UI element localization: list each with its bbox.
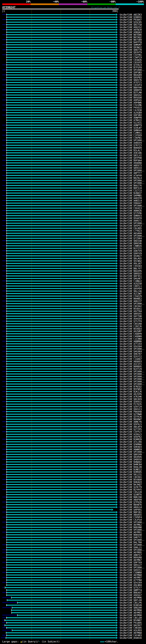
hit-label[interactable]: UniRef100_B4JHQ7	[120, 484, 142, 486]
hit-label[interactable]: UniRef100_B9SED8	[120, 96, 142, 99]
hit-label[interactable]: UniRef100_Q9SPB3	[120, 76, 142, 79]
hit-label[interactable]: UniRef100_A5DD16	[120, 637, 142, 639]
hit-label[interactable]: UniRef100_C0S220	[120, 491, 142, 494]
hit-label[interactable]: UniRef100_A1CSY1	[120, 363, 142, 365]
hit-label[interactable]: UniRef100_C6SVX5	[120, 61, 142, 64]
hit-label[interactable]: UniRef100_B2VT29	[120, 368, 142, 370]
hit-label[interactable]: UniRef100_UPI000..	[120, 529, 145, 531]
hit-label[interactable]: UniRef100_Q2TBW8	[120, 413, 142, 416]
hit-label[interactable]: UniRef100_UPI000..	[120, 539, 145, 541]
hit-label[interactable]: UniRef100_C5KPB1	[120, 136, 142, 139]
hit-label[interactable]: UniRef100_Q7ZXK4	[120, 237, 142, 240]
hit-label[interactable]: UniRef100_Q3THJ6	[120, 416, 142, 418]
hit-label[interactable]: UniRef100_Q4P991	[120, 508, 142, 511]
hit-label[interactable]: UniRef100_A7TZ43	[120, 343, 142, 345]
hit-label[interactable]: UniRef100_A8IZK3	[120, 14, 142, 16]
hit-label[interactable]: UniRef100_A7LCK6	[120, 441, 142, 443]
hit-label[interactable]: UniRef100_B3LAL7	[120, 149, 142, 152]
hit-label[interactable]: UniRef100_A6R237	[120, 300, 142, 302]
hit-label[interactable]: UniRef100_A6YMA0	[120, 574, 142, 576]
hit-label[interactable]: UniRef100_C1BZJ6	[120, 325, 142, 328]
hit-label[interactable]: UniRef100_Q7PQZ6	[120, 501, 142, 504]
hit-label[interactable]: UniRef100_Q08770	[120, 49, 142, 51]
hit-label[interactable]: UniRef100_Q6DV76	[120, 79, 142, 81]
hit-label[interactable]: UniRef100_Q4R7Y2	[120, 536, 142, 539]
hit-label[interactable]: UniRef100_B4FPT8	[120, 41, 142, 44]
hit-label[interactable]: UniRef100_Q5KMA6	[120, 443, 142, 446]
hit-label[interactable]: UniRef100_Q95P53	[120, 224, 142, 227]
hit-label[interactable]: UniRef100_B8LYV7	[120, 267, 142, 270]
hit-label[interactable]: UniRef100_P86048	[120, 410, 142, 413]
hit-label[interactable]: UniRef100_B0XGR8	[120, 556, 142, 559]
hit-label[interactable]: UniRef100_A6YM97	[120, 576, 142, 579]
hit-label[interactable]: UniRef100_B6KKD9	[120, 147, 142, 149]
hit-label[interactable]: UniRef100_C4WRI6	[120, 245, 142, 247]
hit-label[interactable]: UniRef100_A9J5P6	[120, 393, 142, 396]
hit-label[interactable]: UniRef100_B8XW76	[120, 504, 142, 506]
hit-label[interactable]: UniRef100_A5HIE9	[120, 318, 142, 320]
hit-label[interactable]: UniRef100_A9ZUM7	[120, 330, 142, 332]
hit-label[interactable]: UniRef100_A4RUV4	[120, 142, 142, 144]
hit-label[interactable]: UniRef100_UPI000..	[120, 69, 145, 71]
hit-label[interactable]: UniRef100_UPI000..	[120, 544, 145, 546]
hit-label[interactable]: UniRef100_B0DXN8	[120, 526, 142, 529]
hit-label[interactable]: UniRef100_O96647	[120, 202, 142, 204]
hit-label[interactable]: UniRef100_Q0C8X9	[120, 398, 142, 400]
hit-label[interactable]: UniRef100_UPI000..	[120, 222, 145, 224]
hit-label[interactable]: UniRef100_Q9XSI3	[120, 408, 142, 410]
hit-label[interactable]: UniRef100_A6N9Z6	[120, 210, 142, 212]
hit-label[interactable]: UniRef100_C5X1M6	[120, 104, 142, 106]
hit-label[interactable]: UniRef100_Q4GXK7	[120, 277, 142, 280]
hit-label[interactable]: UniRef100_A8UF09	[120, 498, 142, 501]
hit-label[interactable]: UniRef100_B3NEI2	[120, 468, 142, 471]
hit-label[interactable]: UniRef100_Q2TZP5	[120, 428, 142, 431]
hit-label[interactable]: UniRef100_Q967R7	[120, 353, 142, 355]
hit-label[interactable]: UniRef100_UPI000..	[120, 549, 145, 551]
hit-label[interactable]: UniRef100_A6YMA7	[120, 559, 142, 561]
hit-label[interactable]: UniRef100_B6K648	[120, 534, 142, 536]
hit-label[interactable]: UniRef100_C1GRA7	[120, 358, 142, 360]
hit-label[interactable]: UniRef100_A8UG14	[120, 506, 142, 508]
hit-label[interactable]: UniRef100_Q7ZV96	[120, 212, 142, 214]
hit-label[interactable]: UniRef100_Q0ITS8	[120, 24, 142, 26]
hit-label[interactable]: UniRef100_B6AJ76	[120, 184, 142, 187]
hit-label[interactable]: UniRef100_Q90YV9	[120, 252, 142, 255]
hit-label[interactable]: UniRef100_Q2GYI2	[120, 355, 142, 358]
hit-label[interactable]: UniRef100_UPI000..	[120, 348, 145, 350]
hit-label[interactable]: UniRef100_Q9N9V3	[120, 214, 142, 217]
hit-label[interactable]: UniRef100_A9P8W6	[120, 102, 142, 104]
hit-label[interactable]: UniRef100_A8PTY7	[120, 172, 142, 174]
hit-label[interactable]: UniRef100_UPI000..	[120, 375, 145, 378]
hit-label[interactable]: UniRef100_Q3SC85	[120, 21, 142, 24]
hit-label[interactable]: UniRef100_B9F8A4	[120, 159, 142, 162]
hit-label[interactable]: UniRef100_B0Z9L4	[120, 177, 142, 179]
hit-label[interactable]: UniRef100_Q29CT9	[120, 486, 142, 488]
hit-label[interactable]: UniRef100_C4R305	[120, 627, 142, 629]
hit-label[interactable]: UniRef100_P27635	[120, 403, 142, 406]
hit-label[interactable]: UniRef100_B6UGR9	[120, 74, 142, 76]
hit-label[interactable]: UniRef100_UPI000..	[120, 302, 145, 305]
hit-label[interactable]: UniRef100_UPI000..	[120, 234, 145, 237]
hit-label[interactable]: UniRef100_Q54J69	[120, 582, 142, 584]
hit-label[interactable]: UniRef100_Q5CWQ2	[120, 260, 142, 262]
hit-label[interactable]: UniRef100_A9UDR8	[120, 162, 142, 164]
hit-label[interactable]: UniRef100_A6YM98	[120, 609, 142, 612]
hit-label[interactable]: UniRef100_A4R7V9	[120, 250, 142, 252]
hit-label[interactable]: UniRef100_A9USG7	[120, 594, 142, 596]
hit-label[interactable]: UniRef100_B5X6D3	[120, 328, 142, 330]
hit-label[interactable]: UniRef100_A9LSA7	[120, 262, 142, 265]
hit-label[interactable]: UniRef100_A6YM91	[120, 531, 142, 534]
hit-label[interactable]: UniRef100_P45633	[120, 106, 142, 109]
hit-label[interactable]: UniRef100_Q6FLX0	[120, 599, 142, 602]
hit-label[interactable]: UniRef100_A8W7G7	[120, 554, 142, 556]
hit-label[interactable]: UniRef100_Q7X9L9	[120, 64, 142, 66]
hit-label[interactable]: UniRef100_B5X8D0	[120, 478, 142, 481]
hit-label[interactable]: UniRef100_B7FGF8	[120, 66, 142, 69]
hit-label[interactable]: UniRef100_A8CAF4	[120, 426, 142, 428]
hit-label[interactable]: UniRef100_A8UA55	[120, 514, 142, 516]
hit-label[interactable]: UniRef100_Q5UAT0	[120, 217, 142, 220]
hit-label[interactable]: UniRef100_C1C0N4	[120, 338, 142, 340]
hit-label[interactable]: UniRef100_Q9P769	[120, 561, 142, 564]
hit-label[interactable]: UniRef100_A6YM95	[120, 551, 142, 554]
hit-label[interactable]: UniRef100_Q9FUN3	[120, 71, 142, 74]
